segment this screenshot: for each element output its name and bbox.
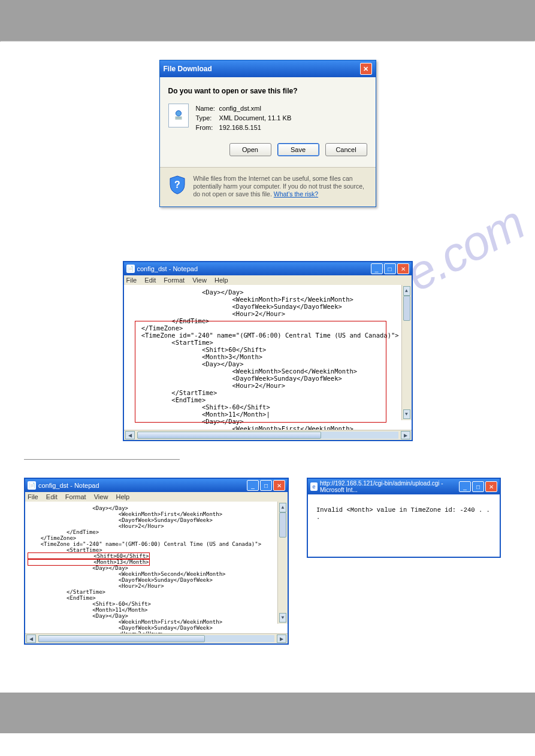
ie-window: ehttp://192.168.5.121/cgi-bin/admin/uplo…	[307, 478, 501, 558]
scroll-thumb-h[interactable]	[137, 432, 321, 439]
menu-format[interactable]: Format	[164, 277, 185, 284]
browser-body: Invalid <Month> value in TimeZone id: -2…	[308, 494, 500, 557]
window-title: config_dst - Notepad	[38, 482, 99, 489]
bottom-band	[0, 693, 535, 733]
whats-the-risk-link[interactable]: What's the risk?	[274, 190, 318, 198]
text-editor[interactable]: <Day></Day> <WeekinMonth>First</WeekinMo…	[124, 285, 412, 430]
close-icon[interactable]: ✕	[485, 481, 497, 492]
menu-file[interactable]: File	[28, 493, 38, 500]
scroll-thumb-h[interactable]	[38, 635, 205, 642]
minimize-icon[interactable]: _	[247, 480, 259, 491]
dialog-titlebar: File Download ✕	[160, 60, 376, 77]
svg-point-0	[176, 111, 181, 116]
svg-rect-1	[175, 117, 182, 118]
scroll-up-icon[interactable]: ▲	[279, 503, 286, 512]
close-icon[interactable]: ✕	[397, 263, 409, 274]
maximize-icon[interactable]: □	[260, 480, 272, 491]
menubar: File Edit Format View Help	[124, 275, 412, 285]
open-button[interactable]: Open	[229, 143, 271, 156]
type-value: XML Document, 11.1 KB	[219, 114, 292, 122]
maximize-icon[interactable]: □	[384, 263, 396, 274]
minimize-icon[interactable]: _	[371, 263, 383, 274]
minimize-icon[interactable]: _	[459, 481, 471, 492]
warning-text: While files from the Internet can be use…	[194, 175, 367, 198]
menu-format[interactable]: Format	[65, 493, 86, 500]
menu-edit[interactable]: Edit	[144, 277, 156, 284]
scroll-up-icon[interactable]: ▲	[403, 286, 410, 296]
scroll-down-icon[interactable]: ▼	[403, 409, 410, 419]
menu-help[interactable]: Help	[116, 493, 129, 500]
top-band	[0, 0, 535, 41]
horizontal-scrollbar[interactable]: ◀ ▶	[25, 633, 288, 643]
notepad-window-1: 📄config_dst - Notepad _ □ ✕ File Edit Fo…	[123, 261, 413, 441]
name-value: config_dst.xml	[219, 105, 261, 112]
window-titlebar: 📄config_dst - Notepad _ □ ✕	[124, 262, 412, 275]
from-value: 192.168.5.151	[219, 124, 261, 131]
highlight-box	[135, 321, 386, 423]
shield-icon: ?	[168, 175, 186, 195]
menubar: File Edit Format View Help	[25, 492, 288, 502]
scroll-left-icon[interactable]: ◀	[26, 634, 36, 643]
maximize-icon[interactable]: □	[472, 481, 484, 492]
scroll-right-icon[interactable]: ▶	[277, 634, 286, 643]
close-icon[interactable]: ✕	[273, 480, 285, 491]
vertical-scrollbar[interactable]: ▲ ▼	[277, 502, 288, 624]
window-titlebar: 📄config_dst - Notepad _ □ ✕	[25, 479, 288, 492]
scroll-right-icon[interactable]: ▶	[401, 431, 410, 439]
menu-view[interactable]: View	[94, 493, 108, 500]
menu-edit[interactable]: Edit	[46, 493, 58, 500]
document-icon	[168, 104, 189, 127]
warning-panel: ? While files from the Internet can be u…	[160, 167, 376, 207]
save-button[interactable]: Save	[277, 143, 319, 156]
window-titlebar: ehttp://192.168.5.121/cgi-bin/admin/uplo…	[308, 479, 500, 494]
notepad-window-2: 📄config_dst - Notepad _ □ ✕ File Edit Fo…	[24, 478, 289, 645]
file-metadata: Name: config_dst.xml Type: XML Document,…	[196, 104, 292, 132]
close-icon[interactable]: ✕	[360, 63, 372, 75]
dialog-title: File Download	[164, 65, 212, 73]
dialog-question: Do you want to open or save this file?	[168, 87, 367, 95]
menu-help[interactable]: Help	[214, 277, 228, 284]
svg-text:?: ?	[174, 180, 180, 190]
code-content: <Day></Day> <WeekinMonth>First</WeekinMo…	[28, 505, 285, 633]
scroll-thumb[interactable]	[403, 296, 410, 321]
ie-icon: e	[310, 482, 318, 491]
name-label: Name:	[196, 104, 217, 113]
svg-rect-2	[175, 119, 182, 120]
window-title: http://192.168.5.121/cgi-bin/admin/uploa…	[320, 480, 459, 493]
section-divider	[24, 459, 180, 460]
window-title: config_dst - Notepad	[137, 265, 198, 272]
scroll-left-icon[interactable]: ◀	[125, 431, 135, 439]
type-label: Type:	[196, 113, 217, 123]
vertical-scrollbar[interactable]: ▲ ▼	[401, 285, 412, 420]
horizontal-scrollbar[interactable]: ◀ ▶	[124, 430, 412, 440]
cancel-button[interactable]: Cancel	[325, 143, 367, 156]
menu-file[interactable]: File	[126, 277, 137, 284]
scroll-thumb[interactable]	[279, 512, 286, 538]
file-download-dialog: File Download ✕ Do you want to open or s…	[159, 60, 376, 207]
from-label: From:	[196, 123, 217, 132]
scroll-down-icon[interactable]: ▼	[279, 613, 286, 623]
notepad-icon: 📄	[126, 265, 135, 273]
notepad-icon: 📄	[28, 481, 36, 490]
menu-view[interactable]: View	[192, 277, 207, 284]
text-editor[interactable]: <Day></Day> <WeekinMonth>First</WeekinMo…	[25, 502, 288, 633]
